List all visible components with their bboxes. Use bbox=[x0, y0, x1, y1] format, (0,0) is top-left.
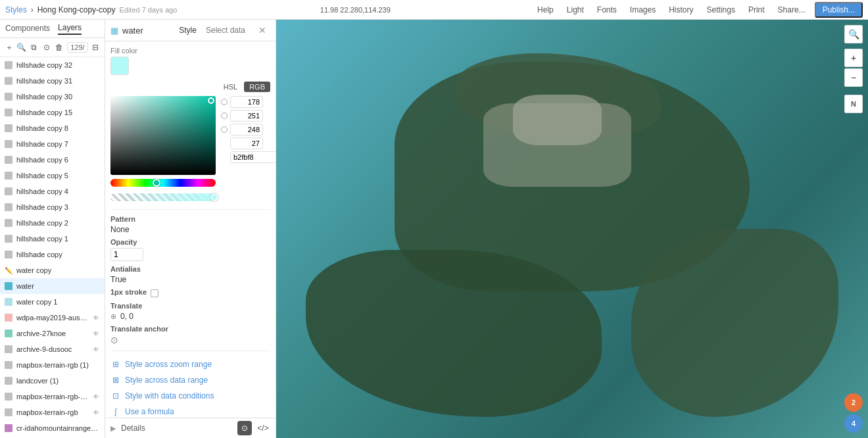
translate-anchor-section: Translate anchor ⊙ bbox=[110, 325, 270, 345]
layer-item[interactable]: hillshade copy 5 bbox=[0, 168, 105, 183]
visibility-button[interactable]: ⊙ bbox=[42, 41, 52, 54]
layer-item[interactable]: water copy 1 bbox=[0, 294, 105, 310]
layer-item[interactable]: water bbox=[0, 278, 105, 294]
fill-color-swatch[interactable] bbox=[110, 57, 129, 75]
layer-visibility-icon[interactable]: 👁 bbox=[91, 329, 101, 338]
map-area[interactable]: 🔍 + − N 2 4 bbox=[276, 20, 868, 438]
zoom-in-button[interactable]: + bbox=[844, 49, 863, 67]
styles-link[interactable]: Styles bbox=[5, 5, 27, 14]
layer-item[interactable]: hillshade copy 6 bbox=[0, 152, 105, 168]
opacity-input[interactable] bbox=[110, 248, 143, 261]
duplicate-layer-button[interactable]: ⧉ bbox=[29, 41, 39, 54]
layer-color-swatch bbox=[5, 408, 12, 416]
layer-item[interactable]: hillshade copy 8 bbox=[0, 120, 105, 136]
history-button[interactable]: History bbox=[665, 4, 697, 16]
style-zoom-range-link[interactable]: ⊞ Style across zoom range bbox=[110, 356, 270, 372]
style-tab-label[interactable]: Style bbox=[179, 26, 197, 35]
compass[interactable]: N bbox=[844, 95, 863, 113]
layer-item[interactable]: hillshade copy 1 bbox=[0, 231, 105, 247]
details-toggle-button[interactable]: ⊙ bbox=[237, 421, 252, 435]
opacity-label: Opacity bbox=[110, 238, 270, 246]
b-input[interactable] bbox=[230, 124, 263, 135]
style-data-range-link[interactable]: ⊠ Style across data range bbox=[110, 372, 270, 388]
layer-item[interactable]: hillshade copy 15 bbox=[0, 105, 105, 120]
tab-components[interactable]: Components bbox=[5, 24, 50, 34]
layer-label: landcover (1) bbox=[16, 377, 101, 385]
translate-anchor-icon: ⊙ bbox=[110, 335, 118, 345]
layer-item[interactable]: archive-27knoe👁 bbox=[0, 326, 105, 341]
layer-type-icon bbox=[4, 108, 13, 117]
rgb-tab[interactable]: RGB bbox=[244, 82, 270, 92]
notification-orange[interactable]: 2 bbox=[844, 393, 863, 412]
r-input[interactable] bbox=[230, 96, 263, 108]
style-data-label: Style across data range bbox=[125, 376, 208, 385]
layer-visibility-icon[interactable]: 👁 bbox=[91, 345, 101, 354]
light-button[interactable]: Light bbox=[563, 4, 588, 16]
b-radio[interactable] bbox=[221, 126, 228, 133]
g-radio[interactable] bbox=[221, 112, 228, 119]
help-button[interactable]: Help bbox=[533, 4, 558, 16]
layer-item[interactable]: hillshade copy 3 bbox=[0, 199, 105, 215]
pattern-value[interactable]: None bbox=[110, 225, 270, 234]
layer-label: hillshade copy 30 bbox=[16, 93, 101, 101]
settings-button[interactable]: Settings bbox=[703, 4, 739, 16]
layer-type-icon bbox=[4, 408, 13, 417]
layer-label: water copy bbox=[16, 266, 101, 274]
fonts-button[interactable]: Fonts bbox=[593, 4, 621, 16]
layer-visibility-icon[interactable]: 👁 bbox=[91, 313, 101, 322]
layer-visibility-icon[interactable]: 👁 bbox=[91, 392, 101, 401]
layer-item[interactable]: landcover (1) bbox=[0, 373, 105, 389]
layer-item[interactable]: mapbox-terrain-rgb (1) bbox=[0, 357, 105, 373]
hue-slider[interactable] bbox=[110, 179, 216, 187]
tab-layers[interactable]: Layers bbox=[58, 23, 82, 35]
hue-handle bbox=[153, 179, 160, 187]
layer-item[interactable]: hillshade copy 4 bbox=[0, 183, 105, 199]
layer-label: hillshade copy 2 bbox=[16, 219, 101, 227]
use-formula-link[interactable]: ∫ Use a formula bbox=[110, 404, 270, 418]
a-input[interactable] bbox=[230, 137, 263, 149]
layer-item[interactable]: wdpa-may2019-aus-sha...👁 bbox=[0, 310, 105, 326]
translate-icon: ⊕ bbox=[110, 312, 116, 321]
layer-item[interactable]: ✏️water copy bbox=[0, 262, 105, 278]
notification-blue[interactable]: 4 bbox=[844, 414, 863, 433]
zoom-out-button[interactable]: − bbox=[844, 68, 863, 87]
layer-type-icon bbox=[4, 297, 13, 306]
style-conditions-link[interactable]: ⊡ Style with data conditions bbox=[110, 388, 270, 404]
layer-item[interactable]: hillshade copy 2 bbox=[0, 215, 105, 231]
layer-item[interactable]: hillshade copy 32 bbox=[0, 57, 105, 73]
pattern-label: Pattern bbox=[110, 215, 270, 223]
search-layer-button[interactable]: 🔍 bbox=[16, 41, 26, 54]
select-data-tab-label[interactable]: Select data bbox=[206, 26, 245, 35]
antialias-value[interactable]: True bbox=[110, 275, 270, 284]
layer-label: hillshade copy 15 bbox=[16, 109, 101, 116]
layer-item[interactable]: mapbox-terrain-rgb-copy👁 bbox=[0, 389, 105, 404]
layer-item[interactable]: archive-9-dusooc👁 bbox=[0, 341, 105, 357]
hex-input[interactable] bbox=[230, 151, 276, 163]
layer-visibility-icon[interactable]: 👁 bbox=[91, 408, 101, 417]
images-button[interactable]: Images bbox=[626, 4, 660, 16]
r-radio[interactable] bbox=[221, 99, 228, 105]
map-search-button[interactable]: 🔍 bbox=[844, 25, 863, 43]
layer-item[interactable]: hillshade copy 30 bbox=[0, 89, 105, 105]
alpha-slider[interactable] bbox=[110, 193, 216, 201]
close-style-panel[interactable]: ✕ bbox=[254, 24, 270, 37]
stroke-checkbox[interactable] bbox=[151, 289, 158, 297]
share-button[interactable]: Share... bbox=[774, 4, 809, 16]
layer-item[interactable]: cr-idahomountainranges-pu... bbox=[0, 420, 105, 436]
translate-label: Translate bbox=[110, 302, 270, 310]
layer-item[interactable]: mapbox-terrain-rgb👁 bbox=[0, 404, 105, 420]
publish-button[interactable]: Publish... bbox=[815, 2, 863, 18]
layer-item[interactable]: hillshade copy 31 bbox=[0, 73, 105, 89]
layer-item[interactable]: hillshade copy bbox=[0, 247, 105, 262]
hsl-tab[interactable]: HSL bbox=[218, 82, 243, 92]
details-code-button[interactable]: </> bbox=[256, 421, 270, 435]
g-input[interactable] bbox=[230, 110, 263, 122]
layer-type-icon bbox=[4, 313, 13, 322]
color-gradient-picker[interactable] bbox=[110, 96, 216, 175]
delete-layer-button[interactable]: 🗑 bbox=[55, 41, 64, 54]
print-button[interactable]: Print bbox=[744, 4, 769, 16]
filter-button[interactable]: ⊟ bbox=[91, 41, 101, 54]
add-layer-button[interactable]: ＋ bbox=[4, 41, 14, 54]
layer-item[interactable]: hillshade copy 7 bbox=[0, 136, 105, 152]
layer-type-icon bbox=[4, 392, 13, 401]
